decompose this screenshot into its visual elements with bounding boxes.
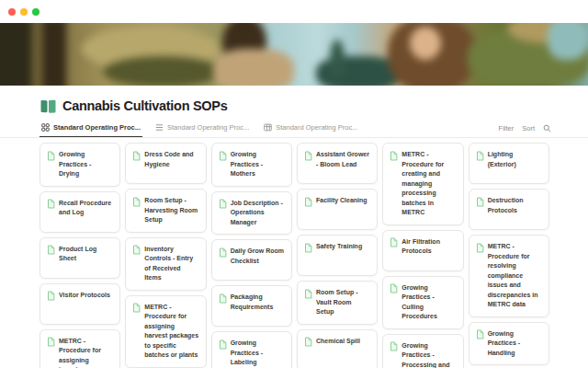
page-icon: [219, 293, 227, 304]
gallery-card[interactable]: Room Setup - Harvesting Room Setup: [125, 189, 206, 233]
sort-button[interactable]: Sort: [522, 124, 535, 132]
page-icon: [390, 283, 398, 293]
gallery-card[interactable]: Inventory Controls - Entry of Received I…: [125, 237, 206, 291]
gallery-card[interactable]: Air Filtration Protocols: [382, 230, 463, 271]
page-icon: [476, 151, 484, 161]
gallery-card[interactable]: Growing Practices - Drying: [40, 143, 120, 187]
close-window-button[interactable]: [8, 8, 16, 16]
gallery-card[interactable]: Job Description - Operations Manager: [211, 191, 292, 236]
card-title: Chemical Spill: [316, 337, 360, 347]
gallery-card[interactable]: Product Log Sheet: [40, 237, 120, 279]
card-title: Room Setup - Harvesting Room Setup: [144, 196, 198, 225]
card-title: Job Description - Operations Manager: [231, 199, 285, 228]
filter-button[interactable]: Filter: [499, 124, 514, 132]
card-title: Dress Code and Hygiene: [144, 150, 198, 169]
gallery-column: Lighting (Exterior) Destruction Protocol…: [469, 143, 549, 368]
gallery-card[interactable]: METRC - Procedure for assigning inventor…: [40, 329, 120, 368]
page-icon: [47, 245, 55, 255]
card-title: Recall Procedure and Log: [59, 199, 113, 218]
card-title: Safety Training: [316, 242, 362, 252]
page-icon: [476, 197, 484, 207]
page-icon: [132, 303, 141, 313]
page-icon: [304, 151, 312, 161]
minimize-window-button[interactable]: [20, 8, 28, 16]
gallery-card[interactable]: METRC - Procedure for assigning harvest …: [125, 295, 206, 368]
page-icon: [219, 247, 227, 258]
page-icon: [132, 197, 141, 207]
card-title: Growing Practices - Processing and Manuf…: [401, 341, 456, 368]
page-icon: [132, 151, 141, 161]
gallery-card[interactable]: Chemical Spill: [297, 329, 378, 368]
page-icon: [304, 289, 312, 299]
gallery-card[interactable]: Growing Practices - Handling: [469, 322, 549, 366]
tab-label: Standard Operating Proc...: [276, 123, 357, 132]
page-icon: [476, 329, 484, 339]
cover-artwork: [0, 23, 588, 86]
card-title: Growing Practices - Handling: [488, 329, 542, 359]
card-title: Destruction Protocols: [488, 196, 542, 215]
gallery-card[interactable]: Packaging Requirements: [211, 285, 292, 327]
card-title: Growing Practices - Drying: [59, 150, 113, 179]
page-icon: [47, 151, 55, 161]
gallery-column: Assistant Grower - Bloom Lead Facility C…: [297, 143, 378, 368]
page-icon: [47, 291, 55, 301]
gallery-card[interactable]: METRC - Procedure for creating and manag…: [382, 143, 463, 225]
card-title: Inventory Controls - Entry of Received I…: [144, 245, 198, 283]
card-title: METRC - Procedure for resolving complian…: [488, 242, 542, 310]
page-icon: [304, 337, 312, 347]
gallery-card[interactable]: Lighting (Exterior): [469, 143, 549, 184]
card-title: Visitor Protocols: [59, 291, 110, 301]
page-icon: [476, 243, 484, 253]
green-books-icon: [40, 99, 56, 113]
page-icon: [47, 337, 55, 347]
page-icon: [390, 151, 398, 161]
gallery-card[interactable]: METRC - Procedure for resolving complian…: [469, 235, 549, 317]
gallery-card[interactable]: Facility Cleaning: [297, 189, 378, 230]
page-icon: [219, 339, 227, 350]
gallery-card[interactable]: Daily Grow Room Checklist: [211, 239, 292, 281]
table-view-icon: [264, 123, 272, 132]
gallery-card[interactable]: Dress Code and Hygiene: [125, 143, 206, 184]
notion-window: Cannabis Cultivation SOPs Standard Opera…: [0, 0, 588, 368]
gallery-card[interactable]: Room Setup - Vault Room Setup: [297, 281, 378, 325]
card-title: Product Log Sheet: [59, 245, 113, 264]
card-title: Growing Practices - Mothers: [231, 150, 285, 179]
card-title: Room Setup - Vault Room Setup: [316, 288, 370, 317]
card-title: Daily Grow Room Checklist: [231, 247, 285, 266]
gallery-view-icon: [41, 123, 50, 132]
gallery-card[interactable]: Assistant Grower - Bloom Lead: [297, 143, 378, 184]
page-icon: [304, 243, 312, 253]
card-title: METRC - Procedure for assigning harvest …: [144, 303, 198, 361]
card-title: Lighting (Exterior): [488, 150, 542, 169]
gallery-card[interactable]: Recall Procedure and Log: [40, 191, 120, 233]
tab-gallery-view[interactable]: Standard Operating Proc...: [40, 121, 142, 137]
gallery-card[interactable]: Safety Training: [297, 235, 378, 276]
tab-table-view[interactable]: Standard Operating Proc...: [262, 121, 359, 137]
tab-list-view[interactable]: Standard Operating Proc...: [153, 121, 251, 137]
gallery-card[interactable]: Growing Practices - Processing and Manuf…: [382, 334, 463, 368]
card-title: Air Filtration Protocols: [401, 237, 456, 257]
tab-label: Standard Operating Proc...: [167, 123, 249, 132]
page-icon: [132, 245, 141, 255]
zoom-window-button[interactable]: [32, 8, 40, 16]
gallery-card[interactable]: Growing Practices - Labeling: [211, 331, 292, 368]
card-title: Growing Practices - Culling Procedures: [401, 283, 456, 322]
gallery-card[interactable]: Visitor Protocols: [40, 283, 120, 325]
card-title: Packaging Requirements: [231, 293, 285, 312]
gallery-grid: Growing Practices - Drying Recall Proced…: [0, 138, 588, 368]
page-icon: [47, 199, 55, 209]
gallery-card[interactable]: Destruction Protocols: [469, 189, 549, 230]
list-view-icon: [155, 123, 164, 132]
page-cover-image: [0, 23, 588, 86]
tab-label: Standard Operating Proc...: [53, 123, 141, 132]
search-button[interactable]: [543, 124, 551, 132]
page-icon: [304, 197, 312, 207]
view-tabbar: Standard Operating Proc... Standard Oper…: [0, 121, 588, 138]
card-title: Assistant Grower - Bloom Lead: [316, 150, 370, 169]
card-title: METRC - Procedure for assigning inventor…: [59, 337, 113, 368]
gallery-card[interactable]: Growing Practices - Mothers: [211, 143, 292, 187]
page-title: Cannabis Cultivation SOPs: [62, 98, 227, 113]
gallery-card[interactable]: Growing Practices - Culling Procedures: [382, 276, 463, 329]
page-header: Cannabis Cultivation SOPs: [0, 86, 588, 113]
page-icon: [219, 199, 227, 209]
